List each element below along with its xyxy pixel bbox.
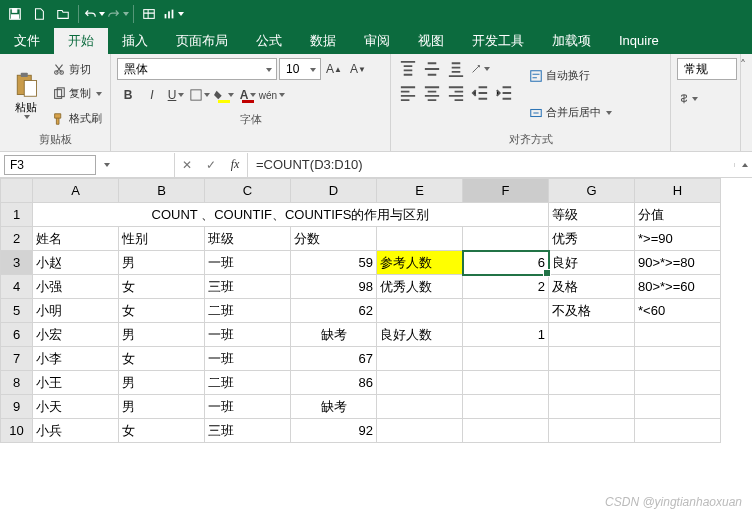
row-header[interactable]: 7 — [1, 347, 33, 371]
orientation-icon[interactable] — [469, 58, 491, 80]
cell[interactable]: 67 — [291, 347, 377, 371]
name-box-dropdown[interactable] — [98, 155, 114, 175]
name-box[interactable]: F3 — [4, 155, 96, 175]
undo-icon[interactable] — [83, 3, 105, 25]
cell[interactable]: 分数 — [291, 227, 377, 251]
cell[interactable]: 小兵 — [33, 419, 119, 443]
col-header[interactable]: C — [205, 179, 291, 203]
tab-view[interactable]: 视图 — [404, 28, 458, 54]
spreadsheet-grid[interactable]: A B C D E F G H 1 COUNT 、COUNTIF、COUNTIF… — [0, 178, 752, 513]
cell[interactable]: 女 — [119, 347, 205, 371]
col-header[interactable]: B — [119, 179, 205, 203]
cell[interactable]: 性别 — [119, 227, 205, 251]
row-header[interactable]: 9 — [1, 395, 33, 419]
align-top-icon[interactable] — [397, 58, 419, 80]
font-size-select[interactable]: 10 — [279, 58, 321, 80]
cell[interactable]: 90>*>=80 — [635, 251, 721, 275]
cell[interactable]: 优秀 — [549, 227, 635, 251]
border-button[interactable] — [189, 84, 211, 106]
collapse-ribbon-icon[interactable]: ˄ — [740, 58, 746, 72]
select-all-corner[interactable] — [1, 179, 33, 203]
italic-button[interactable]: I — [141, 84, 163, 106]
paste-button[interactable]: 粘贴 — [6, 58, 46, 130]
cell[interactable] — [635, 371, 721, 395]
cell[interactable] — [635, 347, 721, 371]
cell[interactable]: 二班 — [205, 371, 291, 395]
save-icon[interactable] — [4, 3, 26, 25]
cell[interactable]: *>=90 — [635, 227, 721, 251]
cell[interactable] — [377, 395, 463, 419]
cell[interactable]: 二班 — [205, 299, 291, 323]
currency-icon[interactable] — [677, 88, 699, 110]
cell[interactable]: 2 — [463, 275, 549, 299]
cell[interactable] — [377, 299, 463, 323]
cell[interactable]: *<60 — [635, 299, 721, 323]
tab-home[interactable]: 开始 — [54, 28, 108, 54]
bold-button[interactable]: B — [117, 84, 139, 106]
cancel-formula-icon[interactable]: ✕ — [175, 153, 199, 177]
row-header[interactable]: 10 — [1, 419, 33, 443]
increase-indent-icon[interactable] — [493, 82, 515, 104]
cell[interactable]: 分值 — [635, 203, 721, 227]
col-header[interactable]: E — [377, 179, 463, 203]
expand-formula-bar-icon[interactable] — [734, 163, 752, 167]
cell[interactable] — [463, 299, 549, 323]
cell[interactable] — [377, 227, 463, 251]
cell[interactable] — [463, 227, 549, 251]
cell[interactable]: 男 — [119, 371, 205, 395]
row-header[interactable]: 8 — [1, 371, 33, 395]
cell[interactable]: 小明 — [33, 299, 119, 323]
cell[interactable]: 80>*>=60 — [635, 275, 721, 299]
increase-font-icon[interactable]: A▲ — [323, 58, 345, 80]
cell[interactable]: 缺考 — [291, 395, 377, 419]
cell[interactable]: 良好 — [549, 251, 635, 275]
tab-inquire[interactable]: Inquire — [605, 28, 673, 54]
align-bottom-icon[interactable] — [445, 58, 467, 80]
col-header[interactable]: F — [463, 179, 549, 203]
cell[interactable] — [549, 395, 635, 419]
cell[interactable]: 及格 — [549, 275, 635, 299]
tab-insert[interactable]: 插入 — [108, 28, 162, 54]
cell[interactable]: 姓名 — [33, 227, 119, 251]
cell[interactable]: 98 — [291, 275, 377, 299]
table-icon[interactable] — [138, 3, 160, 25]
tab-developer[interactable]: 开发工具 — [458, 28, 538, 54]
cell[interactable] — [549, 419, 635, 443]
cell[interactable] — [463, 419, 549, 443]
cell[interactable]: 92 — [291, 419, 377, 443]
tab-page-layout[interactable]: 页面布局 — [162, 28, 242, 54]
cell[interactable] — [635, 395, 721, 419]
cell[interactable]: 小李 — [33, 347, 119, 371]
cell[interactable] — [463, 371, 549, 395]
cell[interactable]: 班级 — [205, 227, 291, 251]
formula-input[interactable]: =COUNT(D3:D10) — [248, 154, 734, 175]
cell[interactable]: 小强 — [33, 275, 119, 299]
cell[interactable] — [549, 347, 635, 371]
format-painter-button[interactable]: 格式刷 — [50, 110, 104, 127]
fill-color-button[interactable] — [213, 84, 235, 106]
align-right-icon[interactable] — [445, 82, 467, 104]
redo-icon[interactable] — [107, 3, 129, 25]
confirm-formula-icon[interactable]: ✓ — [199, 153, 223, 177]
cell[interactable]: 优秀人数 — [377, 275, 463, 299]
col-header[interactable]: A — [33, 179, 119, 203]
row-header[interactable]: 5 — [1, 299, 33, 323]
cell[interactable]: 男 — [119, 251, 205, 275]
cell[interactable]: 小赵 — [33, 251, 119, 275]
cell[interactable]: 59 — [291, 251, 377, 275]
cell[interactable]: 女 — [119, 275, 205, 299]
tab-file[interactable]: 文件 — [0, 28, 54, 54]
cut-button[interactable]: 剪切 — [50, 61, 104, 78]
col-header[interactable]: D — [291, 179, 377, 203]
align-center-icon[interactable] — [421, 82, 443, 104]
open-icon[interactable] — [52, 3, 74, 25]
number-format-select[interactable]: 常规 — [677, 58, 737, 80]
align-middle-icon[interactable] — [421, 58, 443, 80]
row-header[interactable]: 4 — [1, 275, 33, 299]
cell[interactable] — [549, 371, 635, 395]
cell[interactable]: 小王 — [33, 371, 119, 395]
chart-icon[interactable] — [162, 3, 184, 25]
row-header[interactable]: 1 — [1, 203, 33, 227]
cell[interactable] — [463, 395, 549, 419]
row-header[interactable]: 3 — [1, 251, 33, 275]
